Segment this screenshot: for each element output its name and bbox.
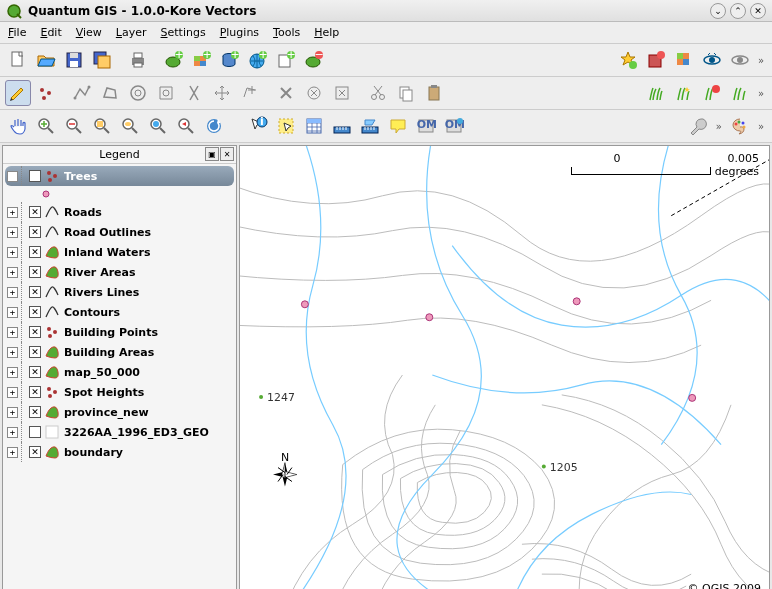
zoom-last-button[interactable] [173,113,199,139]
home2-button[interactable]: HOME [441,113,467,139]
layer-row-contours[interactable]: +✕Contours [5,302,234,322]
menu-settings[interactable]: Settings [161,26,206,39]
save-as-button[interactable] [89,47,115,73]
attribute-table-button[interactable] [301,113,327,139]
options-button[interactable] [685,113,711,139]
menu-edit[interactable]: Edit [40,26,61,39]
layer-visibility-checkbox[interactable]: ✕ [29,266,41,278]
legend-close-button[interactable]: ✕ [220,147,234,161]
expand-icon[interactable]: + [7,347,18,358]
add-island-button[interactable] [153,80,179,106]
split-button[interactable] [181,80,207,106]
remove-layer-button[interactable]: − [301,47,327,73]
layer-row-spot-heights[interactable]: +✕Spot Heights [5,382,234,402]
refresh-button[interactable] [201,113,227,139]
menu-tools[interactable]: Tools [273,26,300,39]
layer-row-boundary[interactable]: +✕boundary [5,442,234,462]
toolbar2-overflow-icon[interactable]: » [758,88,764,99]
expand-icon[interactable]: − [7,171,18,182]
menu-view[interactable]: View [76,26,102,39]
zoom-layer-button[interactable] [117,113,143,139]
add-ring-button[interactable] [125,80,151,106]
maptips-button[interactable] [385,113,411,139]
layer-row-roads[interactable]: +✕Roads [5,202,234,222]
toolbar3b-overflow-icon[interactable]: » [758,121,764,132]
new-project-button[interactable] [5,47,31,73]
toolbar3-overflow-icon[interactable]: » [716,121,722,132]
layer-tree[interactable]: −✕Trees+✕Roads+✕Road Outlines+✕Inland Wa… [3,164,236,589]
hide-layers-button[interactable] [727,47,753,73]
menu-file[interactable]: File [8,26,26,39]
layer-visibility-checkbox[interactable]: ✕ [29,170,41,182]
paste-button[interactable] [421,80,447,106]
layer-visibility-checkbox[interactable] [29,426,41,438]
grass-tool2-button[interactable] [671,80,697,106]
layer-visibility-checkbox[interactable]: ✕ [29,326,41,338]
layer-visibility-checkbox[interactable]: ✕ [29,346,41,358]
delete-selected-button[interactable] [273,80,299,106]
zoom-out-button[interactable] [61,113,87,139]
measure-area-button[interactable] [357,113,383,139]
layer-row-building-areas[interactable]: +✕Building Areas [5,342,234,362]
show-layers-button[interactable] [699,47,725,73]
layer-visibility-checkbox[interactable]: ✕ [29,306,41,318]
map-canvas[interactable]: 1247 1205 N 0 0.005 degrees © QGIS 2009 [239,145,770,589]
zoom-selection-button[interactable] [89,113,115,139]
move-vertex-button[interactable] [237,80,263,106]
move-feature-button[interactable] [209,80,235,106]
layer-row-trees[interactable]: −✕Trees [5,166,234,186]
legend-undock-button[interactable]: ▣ [205,147,219,161]
identify-button[interactable]: i [245,113,271,139]
home-button[interactable]: HOME [413,113,439,139]
expand-icon[interactable]: + [7,227,18,238]
pan-button[interactable] [5,113,31,139]
layer-row-road-outlines[interactable]: +✕Road Outlines [5,222,234,242]
layer-row-province-new[interactable]: +✕province_new [5,402,234,422]
menu-plugins[interactable]: Plugins [220,26,259,39]
bookmark-del-button[interactable] [643,47,669,73]
menu-layer[interactable]: Layer [116,26,147,39]
expand-icon[interactable]: + [7,427,18,438]
copy-button[interactable] [393,80,419,106]
expand-icon[interactable]: + [7,387,18,398]
layer-row-river-areas[interactable]: +✕River Areas [5,262,234,282]
grass-tool1-button[interactable] [643,80,669,106]
layer-visibility-checkbox[interactable]: ✕ [29,246,41,258]
add-line-button[interactable] [69,80,95,106]
expand-icon[interactable]: + [7,327,18,338]
expand-icon[interactable]: + [7,207,18,218]
add-raster-button[interactable]: + [189,47,215,73]
grass-tool4-button[interactable] [727,80,753,106]
layer-row-map-50-000[interactable]: +✕map_50_000 [5,362,234,382]
add-wms-button[interactable]: + [245,47,271,73]
maximize-button[interactable]: ⌃ [730,3,746,19]
expand-icon[interactable]: + [7,287,18,298]
delete-part-button[interactable] [329,80,355,106]
layer-row-rivers-lines[interactable]: +✕Rivers Lines [5,282,234,302]
expand-icon[interactable]: + [7,267,18,278]
toolbar-overflow-icon[interactable]: » [758,55,764,66]
save-project-button[interactable] [61,47,87,73]
layer-visibility-checkbox[interactable]: ✕ [29,366,41,378]
minimize-button[interactable]: ⌄ [710,3,726,19]
new-vector-button[interactable]: + [273,47,299,73]
zoom-full-button[interactable] [145,113,171,139]
grass-tool3-button[interactable] [699,80,725,106]
cut-button[interactable] [365,80,391,106]
delete-ring-button[interactable] [301,80,327,106]
layer-visibility-checkbox[interactable]: ✕ [29,406,41,418]
bookmark-list-button[interactable] [671,47,697,73]
edit-toggle-button[interactable] [5,80,31,106]
expand-icon[interactable]: + [7,307,18,318]
layer-row-3226aa-1996-ed3-geo[interactable]: +3226AA_1996_ED3_GEO [5,422,234,442]
layer-row-inland-waters[interactable]: +✕Inland Waters [5,242,234,262]
expand-icon[interactable]: + [7,247,18,258]
close-button[interactable]: ✕ [750,3,766,19]
layer-visibility-checkbox[interactable]: ✕ [29,286,41,298]
bookmark-new-button[interactable] [615,47,641,73]
layer-visibility-checkbox[interactable]: ✕ [29,446,41,458]
add-postgis-button[interactable]: + [217,47,243,73]
zoom-in-button[interactable] [33,113,59,139]
style-button[interactable] [727,113,753,139]
add-point-button[interactable] [33,80,59,106]
